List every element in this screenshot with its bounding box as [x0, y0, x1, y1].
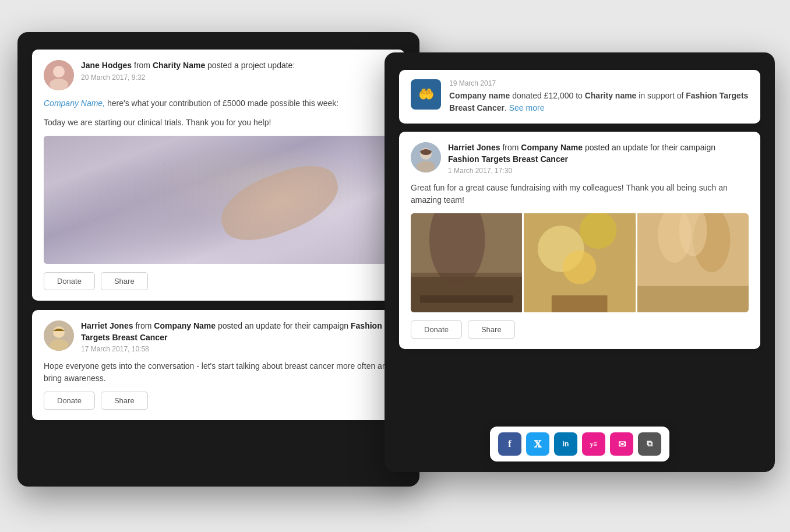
card-meta-harriet-right: Harriet Jones from Company Name posted a… — [448, 142, 749, 175]
org-harriet-right: Company Name — [521, 143, 583, 152]
see-more-link[interactable]: See more — [509, 103, 545, 112]
social-share-bar: f 𝕏 in y≡ ✉ ⧉ — [490, 427, 669, 461]
card-meta-harriet-left: Harriet Jones from Company Name posted a… — [81, 320, 393, 353]
org-name-jane: Charity Name — [153, 61, 205, 70]
card-actions-jane: Donate Share — [44, 272, 393, 290]
card-body-harriet-left: Hope everyone gets into the conversation… — [44, 360, 393, 385]
avatar-jane — [44, 60, 74, 90]
notif-support: in support of — [639, 91, 686, 100]
card-title-harriet-right: Harriet Jones from Company Name posted a… — [448, 142, 749, 165]
notification-date: 19 March 2017 — [449, 79, 749, 87]
donation-notification: 🤲 19 March 2017 Company name donated £12… — [399, 70, 760, 124]
italic-company: Company Name, — [44, 98, 105, 108]
from-harriet-right: from — [502, 143, 521, 152]
notif-charity: Charity name — [585, 91, 637, 100]
svg-point-5 — [50, 339, 68, 351]
svg-point-11 — [429, 213, 485, 286]
card-body-jane: Today we are starting our clinical trial… — [44, 117, 393, 129]
notif-company: Company name — [449, 91, 510, 100]
yammer-button[interactable]: y≡ — [582, 432, 605, 456]
card-image-lab — [44, 136, 393, 264]
author-name-jane: Jane Hodges — [81, 61, 132, 70]
notif-action: donated £12,000 to — [512, 91, 583, 100]
card-harriet-left: Harriet Jones from Company Name posted a… — [32, 310, 405, 420]
card-title-jane: Jane Hodges from Charity Name posted a p… — [81, 60, 393, 72]
org-harriet-left: Company Name — [154, 321, 216, 330]
card-actions-harriet-right: Donate Share — [411, 320, 749, 339]
facebook-button[interactable]: f — [498, 432, 521, 456]
card-header-harriet-right: Harriet Jones from Company Name posted a… — [411, 142, 749, 175]
svg-rect-17 — [552, 295, 608, 312]
share-button-jane[interactable]: Share — [101, 272, 148, 290]
card-time-harriet-right: 1 March 2017, 17:30 — [448, 167, 749, 175]
card-harriet-right: Harriet Jones from Company Name posted a… — [399, 132, 760, 349]
hands-icon: 🤲 — [418, 87, 434, 102]
svg-point-1 — [53, 66, 65, 77]
email-button[interactable]: ✉ — [610, 432, 633, 456]
card-time-harriet-left: 17 March 2017, 10:58 — [81, 345, 393, 353]
linkedin-icon: in — [563, 440, 569, 448]
card-intro-jane: Company Name, here's what your contribut… — [44, 97, 393, 110]
campaign-harriet-right: Fashion Targets Breast Cancer — [448, 154, 568, 164]
svg-point-2 — [50, 79, 68, 90]
author-harriet-right: Harriet Jones — [448, 143, 500, 152]
avatar-harriet-left — [44, 320, 74, 351]
multi-img-1 — [411, 213, 522, 312]
svg-point-8 — [417, 161, 435, 172]
donate-button-jane[interactable]: Donate — [44, 272, 95, 290]
multi-img-2 — [524, 213, 635, 312]
avatar-jane-image — [44, 60, 74, 90]
card-body-harriet-right: Great fun for a great cause fundraising … — [411, 182, 749, 206]
twitter-button[interactable]: 𝕏 — [526, 432, 549, 456]
action-harriet-left: posted an update for their campaign — [218, 321, 351, 330]
author-harriet-left: Harriet Jones — [81, 321, 133, 330]
card-title-harriet-left: Harriet Jones from Company Name posted a… — [81, 320, 393, 343]
donation-icon-box: 🤲 — [411, 79, 441, 110]
svg-point-16 — [563, 251, 596, 284]
email-icon: ✉ — [618, 439, 626, 450]
donate-button-harriet-right[interactable]: Donate — [411, 320, 462, 339]
multi-img-3 — [637, 213, 749, 312]
action-harriet-right: posted an update for their campaign — [585, 143, 715, 152]
share-button-harriet-right[interactable]: Share — [468, 320, 515, 339]
card-actions-harriet-left: Donate Share — [44, 392, 393, 410]
card-jane-hodges: Jane Hodges from Charity Name posted a p… — [32, 50, 405, 301]
svg-rect-12 — [420, 295, 513, 303]
from-label-jane: from — [134, 61, 150, 70]
svg-rect-22 — [637, 286, 749, 312]
avatar-harriet-left-image — [44, 320, 74, 351]
copy-icon: ⧉ — [647, 439, 653, 449]
facebook-icon: f — [508, 439, 511, 449]
device-right: 🤲 19 March 2017 Company name donated £12… — [385, 52, 775, 472]
copy-button[interactable]: ⧉ — [638, 432, 661, 456]
notification-text: Company name donated £12,000 to Charity … — [449, 90, 749, 114]
yammer-icon: y≡ — [590, 440, 598, 449]
avatar-harriet-right-image — [411, 142, 441, 172]
svg-point-15 — [580, 213, 617, 249]
svg-rect-10 — [411, 277, 522, 312]
lab-glove-img — [44, 136, 393, 264]
intro-rest: here's what your contribution of £5000 m… — [105, 98, 338, 108]
from-harriet-left: from — [135, 321, 154, 330]
avatar-harriet-right — [411, 142, 441, 172]
device-left: Jane Hodges from Charity Name posted a p… — [17, 32, 419, 487]
notification-content: 19 March 2017 Company name donated £12,0… — [449, 79, 749, 114]
card-time-jane: 20 March 2017, 9:32 — [81, 73, 393, 82]
action-jane: posted a project update: — [207, 61, 295, 70]
twitter-icon: 𝕏 — [534, 439, 541, 450]
donate-button-harriet-left[interactable]: Donate — [44, 392, 95, 410]
card-meta-jane: Jane Hodges from Charity Name posted a p… — [81, 60, 393, 82]
svg-point-4 — [53, 326, 65, 338]
card-header-harriet-left: Harriet Jones from Company Name posted a… — [44, 320, 393, 353]
linkedin-button[interactable]: in — [554, 432, 577, 456]
scene: Jane Hodges from Charity Name posted a p… — [0, 0, 790, 532]
share-button-harriet-left[interactable]: Share — [101, 392, 148, 410]
card-images-multi — [411, 213, 749, 312]
card-header: Jane Hodges from Charity Name posted a p… — [44, 60, 393, 90]
